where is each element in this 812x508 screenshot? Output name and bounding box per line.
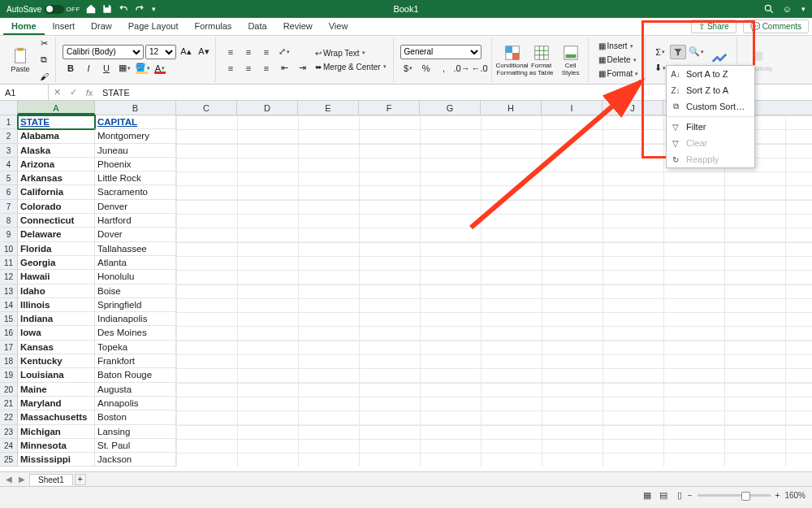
empty-cells[interactable]: [176, 383, 812, 397]
empty-cells[interactable]: [176, 439, 812, 453]
cell[interactable]: Kentucky: [18, 354, 95, 368]
add-sheet-button[interactable]: +: [75, 474, 86, 485]
select-all-corner[interactable]: [0, 101, 18, 115]
cell[interactable]: CAPITAL: [95, 115, 176, 129]
row-header[interactable]: 3: [0, 144, 18, 158]
cell[interactable]: Des Moines: [95, 326, 176, 340]
cell[interactable]: Tallahassee: [95, 242, 176, 256]
empty-cells[interactable]: [176, 326, 812, 340]
increase-font-icon[interactable]: A▴: [178, 45, 194, 59]
cell[interactable]: Juneau: [95, 144, 176, 158]
cell[interactable]: Annapolis: [95, 397, 176, 410]
cell[interactable]: Michigan: [18, 425, 95, 439]
insert-cells-button[interactable]: ▦Insert: [595, 40, 642, 52]
percent-icon[interactable]: %: [418, 61, 434, 76]
cell[interactable]: Hartford: [95, 214, 176, 228]
sheet-next-icon[interactable]: ▶: [16, 475, 28, 484]
cell[interactable]: Springfield: [95, 298, 176, 312]
row-header[interactable]: 22: [0, 410, 18, 424]
cell[interactable]: Massachusetts: [18, 410, 95, 424]
row-header[interactable]: 1: [0, 115, 18, 129]
cell[interactable]: Atlanta: [95, 256, 176, 270]
underline-button[interactable]: U: [98, 61, 114, 76]
row-header[interactable]: 15: [0, 312, 18, 326]
empty-cells[interactable]: [176, 453, 812, 467]
delete-cells-button[interactable]: ▦Delete: [595, 54, 642, 66]
tab-view[interactable]: View: [321, 19, 356, 35]
font-name-select[interactable]: Calibri (Body): [63, 45, 144, 59]
column-header[interactable]: E: [298, 101, 359, 115]
cell[interactable]: Denver: [95, 200, 176, 214]
cell[interactable]: Augusta: [95, 383, 176, 397]
cell[interactable]: Colorado: [18, 200, 95, 214]
empty-cells[interactable]: [176, 270, 812, 284]
empty-cells[interactable]: [176, 256, 812, 270]
row-header[interactable]: 21: [0, 397, 18, 410]
empty-cells[interactable]: [176, 298, 812, 312]
empty-cells[interactable]: [176, 410, 812, 424]
decrease-indent-icon[interactable]: ⇤: [276, 61, 292, 76]
row-header[interactable]: 6: [0, 185, 18, 199]
name-box[interactable]: A1: [0, 85, 49, 100]
cell[interactable]: Maryland: [18, 397, 95, 410]
cell[interactable]: St. Paul: [95, 439, 176, 453]
row-header[interactable]: 13: [0, 284, 18, 298]
autosum-icon[interactable]: Σ: [652, 45, 668, 59]
cell[interactable]: Montgomery: [95, 129, 176, 143]
copy-icon[interactable]: ⧉: [36, 53, 52, 67]
row-header[interactable]: 10: [0, 242, 18, 256]
row-header[interactable]: 25: [0, 453, 18, 467]
cell[interactable]: Iowa: [18, 326, 95, 340]
row-header[interactable]: 18: [0, 354, 18, 368]
comma-icon[interactable]: ,: [436, 61, 452, 76]
cell[interactable]: Arizona: [18, 158, 95, 172]
row-header[interactable]: 12: [0, 270, 18, 284]
row-header[interactable]: 11: [0, 256, 18, 270]
font-color-icon[interactable]: A: [152, 61, 168, 76]
row-header[interactable]: 23: [0, 425, 18, 439]
cell[interactable]: Indianapolis: [95, 312, 176, 326]
cell[interactable]: Jackson: [95, 453, 176, 467]
row-header[interactable]: 5: [0, 172, 18, 185]
column-header[interactable]: C: [176, 101, 237, 115]
cell[interactable]: Frankfort: [95, 354, 176, 368]
align-middle-icon[interactable]: ≡: [240, 45, 257, 59]
cell[interactable]: California: [18, 185, 95, 199]
align-bottom-icon[interactable]: ≡: [258, 45, 274, 59]
fx-icon[interactable]: fx: [81, 88, 97, 98]
zoom-slider[interactable]: [698, 494, 771, 497]
user-menu-caret-icon[interactable]: ▾: [800, 5, 806, 13]
normal-view-icon[interactable]: ▦: [639, 488, 655, 503]
cell[interactable]: Alaska: [18, 144, 95, 158]
increase-indent-icon[interactable]: ⇥: [294, 61, 310, 76]
currency-icon[interactable]: $: [400, 61, 417, 76]
merge-center-button[interactable]: ⬌Merge & Center: [312, 61, 390, 73]
redo-icon[interactable]: [134, 3, 145, 15]
align-top-icon[interactable]: ≡: [222, 45, 239, 59]
row-header[interactable]: 7: [0, 200, 18, 214]
find-select-icon[interactable]: 🔍: [688, 45, 704, 59]
cell[interactable]: Topeka: [95, 341, 176, 354]
column-header[interactable]: D: [237, 101, 298, 115]
cell[interactable]: Phoenix: [95, 158, 176, 172]
cell[interactable]: Kansas: [18, 341, 95, 354]
tab-data[interactable]: Data: [240, 19, 274, 35]
tab-home[interactable]: Home: [3, 19, 45, 35]
row-header[interactable]: 24: [0, 439, 18, 453]
orientation-icon[interactable]: ⤢: [276, 45, 292, 59]
cell[interactable]: Lansing: [95, 425, 176, 439]
empty-cells[interactable]: [176, 312, 812, 326]
row-header[interactable]: 16: [0, 326, 18, 340]
empty-cells[interactable]: [176, 368, 812, 382]
cell[interactable]: Sacramento: [95, 185, 176, 199]
column-header[interactable]: B: [95, 101, 176, 115]
cell[interactable]: Indiana: [18, 312, 95, 326]
borders-icon[interactable]: ▦: [116, 61, 132, 76]
bold-button[interactable]: B: [63, 61, 79, 76]
row-header[interactable]: 19: [0, 368, 18, 382]
home-icon[interactable]: [85, 3, 97, 15]
row-header[interactable]: 4: [0, 158, 18, 172]
cell[interactable]: Little Rock: [95, 172, 176, 185]
sheet-tab[interactable]: Sheet1: [29, 474, 73, 485]
sort-az-item[interactable]: A↓Sort A to Z: [667, 66, 754, 82]
